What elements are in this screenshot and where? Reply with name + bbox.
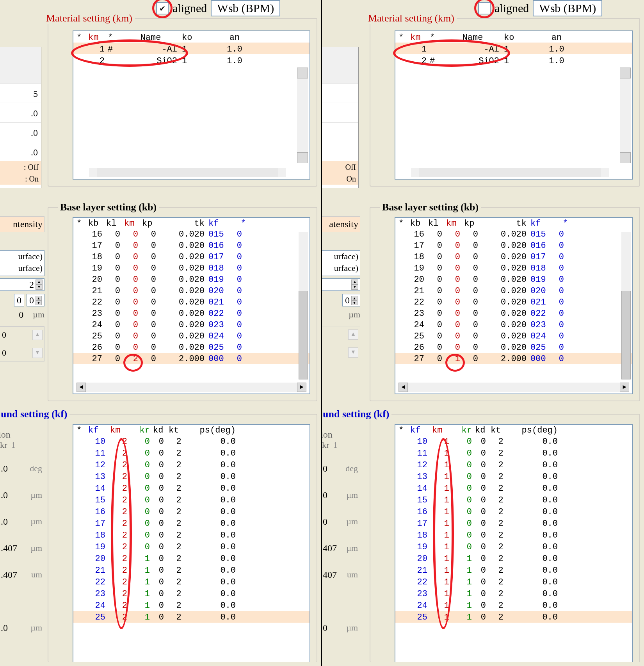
base-layer-group: Base layer setting (kb) ← ▲ ▼ ✕ * kb kl … [48,207,317,401]
base-row[interactable]: 180000.0200170 [395,251,632,262]
base-row[interactable]: 230000.0200220 [73,308,310,319]
base-row[interactable]: 230000.0200220 [395,308,632,319]
material-row[interactable]: 2 SiO211.0 [73,54,310,66]
compound-setting-group: und setting (kf) ← ▲ ▼ ✕ * kf km kr kd k… [48,414,317,662]
wsb-button[interactable]: Wsb (BPM) [533,0,602,16]
compound-row[interactable]: 1420020.0 [73,482,310,494]
scroll-up-icon[interactable] [297,68,308,78]
material-row[interactable]: 1# -Al11.0 [73,43,310,54]
compound-row[interactable]: 2211020.0 [395,576,632,588]
base-row[interactable]: 270102.0000000 [395,353,632,364]
base-row[interactable]: 190000.0200180 [395,262,632,274]
stepper-up-icon[interactable]: ▲ [348,329,358,340]
compound-row[interactable]: 2111020.0 [395,564,632,576]
compound-row[interactable]: 1310020.0 [395,470,632,482]
compound-row[interactable]: 1220020.0 [73,459,310,470]
aligned-label: aligned [173,2,207,15]
base-row[interactable]: 260000.0200250 [395,342,632,353]
base-row[interactable]: 270202.0000000 [73,353,310,364]
spin-arrows[interactable]: ▲▼ [351,280,358,290]
compound-row[interactable]: 2221020.0 [73,576,310,588]
material-title: Material setting (km) [366,12,457,24]
spin-arrows[interactable]: ▲▼ [36,280,43,290]
compound-row[interactable]: 1010020.0 [395,435,632,447]
compound-row[interactable]: 2511020.0 [395,611,632,623]
base-row[interactable]: 250000.0200240 [73,330,310,342]
compound-list[interactable]: * kf km kr kd kt ps(deg) 1020020.0112002… [73,424,310,662]
base-hscrollbar[interactable]: ◄► [398,383,629,392]
base-row[interactable]: 200000.0200190 [395,274,632,285]
base-row[interactable]: 170000.0200160 [73,240,310,251]
base-layer-title: Base layer setting (kb) [380,201,481,213]
base-row[interactable]: 210000.0200200 [73,285,310,296]
left-mid-fragments: atensity urface) urface) ▲▼ 0▲▼ µm ▲ ▼ [322,216,360,396]
compound-row[interactable]: 1510020.0 [395,494,632,506]
aligned-checkbox[interactable] [478,2,491,14]
compound-row[interactable]: 1820020.0 [73,529,310,541]
wsb-button[interactable]: Wsb (BPM) [211,0,280,16]
compound-row[interactable]: 1920020.0 [73,541,310,552]
base-row[interactable]: 180000.0200170 [73,251,310,262]
left-bot-fragments: ion kr1 0deg0µm0µm407µm407um0µm [322,428,360,662]
compound-row[interactable]: 1810020.0 [395,529,632,541]
compound-row[interactable]: 2421020.0 [73,599,310,611]
base-row[interactable]: 220000.0200210 [395,296,632,308]
base-row[interactable]: 240000.0200230 [73,319,310,330]
compound-row[interactable]: 1020020.0 [73,435,310,447]
compound-row[interactable]: 1720020.0 [73,517,310,529]
material-row[interactable]: 2# SiO211.0 [395,54,632,66]
compound-row[interactable]: 2311020.0 [395,588,632,599]
base-row[interactable]: 170000.0200160 [395,240,632,251]
material-hscrollbar[interactable] [89,168,286,177]
compound-list[interactable]: * kf km kr kd kt ps(deg) 1010020.0111002… [395,424,633,662]
material-header: * km * Name ko an [395,31,632,43]
compound-title: und setting (kf) [0,408,69,420]
scroll-up-icon[interactable] [620,68,631,78]
material-hscrollbar[interactable] [411,168,609,177]
material-row[interactable]: 1 -Al11.0 [395,43,632,54]
compound-row[interactable]: 2121020.0 [73,564,310,576]
base-row[interactable]: 160000.0200150 [73,228,310,240]
compound-row[interactable]: 1410020.0 [395,482,632,494]
base-row[interactable]: 160000.0200150 [395,228,632,240]
compound-row[interactable]: 1710020.0 [395,517,632,529]
compound-row[interactable]: 1110020.0 [395,447,632,459]
base-row[interactable]: 260000.0200250 [73,342,310,353]
base-header: * kb kl km kp tk kf * [395,218,632,228]
stepper-up-icon[interactable]: ▲ [32,330,43,340]
compound-row[interactable]: 2521020.0 [73,611,310,623]
scroll-down-icon[interactable] [620,152,631,163]
compound-row[interactable]: 1320020.0 [73,470,310,482]
base-vscrollbar[interactable] [299,232,308,379]
stepper-down-icon[interactable]: ▼ [32,348,43,358]
compound-row[interactable]: 1210020.0 [395,459,632,470]
compound-row[interactable]: 1120020.0 [73,447,310,459]
base-row[interactable]: 250000.0200240 [395,330,632,342]
left-edge-fragments: 5 .0 .0 .0 : Off : On [0,47,41,188]
material-list[interactable]: * km * Name ko an 1 -Al11.0 2# [395,30,633,180]
base-row[interactable]: 200000.0200190 [73,274,310,285]
base-row[interactable]: 190000.0200180 [73,262,310,274]
compound-title: und setting (kf) [322,408,391,420]
base-row[interactable]: 220000.0200210 [73,296,310,308]
compound-row[interactable]: 2411020.0 [395,599,632,611]
base-layer-list[interactable]: * kb kl km kp tk kf * 160000.02001501700… [395,217,633,394]
material-vscrollbar[interactable] [297,68,308,163]
compound-row[interactable]: 2011020.0 [395,552,632,564]
base-vscrollbar[interactable] [621,232,631,379]
aligned-checkbox[interactable]: ✔ [156,2,169,14]
base-hscrollbar[interactable]: ◄► [76,383,306,392]
stepper-down-icon[interactable]: ▼ [348,347,358,358]
compound-row[interactable]: 1910020.0 [395,541,632,552]
base-row[interactable]: 240000.0200230 [395,319,632,330]
base-layer-list[interactable]: * kb kl km kp tk kf * 160000.02001501700… [73,217,310,394]
compound-row[interactable]: 2321020.0 [73,588,310,599]
compound-row[interactable]: 1520020.0 [73,494,310,506]
base-row[interactable]: 210000.0200200 [395,285,632,296]
material-list[interactable]: * km * Name ko an 1# -Al11.0 2 [73,30,310,180]
compound-row[interactable]: 1620020.0 [73,506,310,517]
material-vscrollbar[interactable] [620,68,631,163]
compound-row[interactable]: 1610020.0 [395,506,632,517]
compound-row[interactable]: 2021020.0 [73,552,310,564]
scroll-down-icon[interactable] [297,152,308,163]
